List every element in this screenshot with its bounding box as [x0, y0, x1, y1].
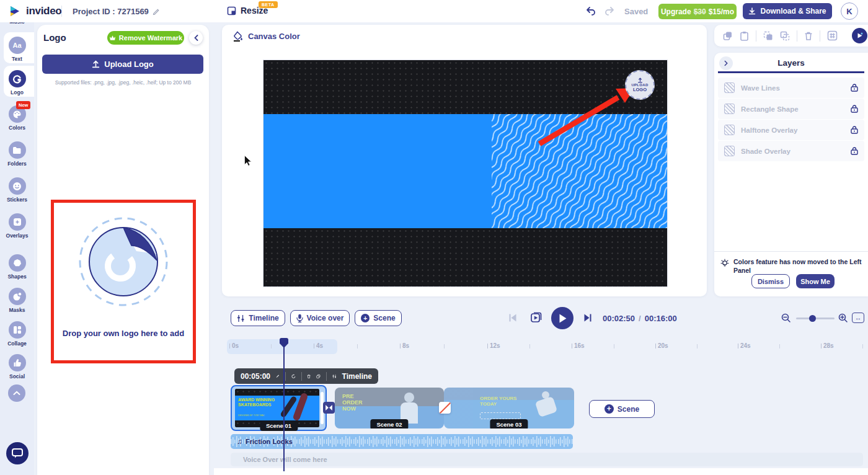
sticker-smiley-icon — [9, 177, 26, 195]
sidebar-item-collage[interactable]: Collage — [0, 321, 34, 347]
skip-end-icon[interactable] — [583, 313, 592, 322]
paste-icon[interactable] — [740, 31, 749, 41]
add-scene-button[interactable]: + Scene — [589, 400, 655, 418]
canvas-toolbar — [714, 25, 868, 47]
scene-3-title: ORDER YOURS TODAY — [480, 396, 529, 407]
timeline-button[interactable]: Timeline — [231, 310, 285, 326]
lock-icon[interactable] — [851, 147, 858, 155]
ruler-label: 4s — [314, 342, 323, 349]
panel-collapse-button[interactable] — [189, 31, 203, 45]
sidebar-item-shapes[interactable]: Shapes — [0, 254, 34, 280]
clip-toolbar: 00:05:00 Timeline — [234, 368, 378, 384]
rail-collapse-button[interactable] — [8, 384, 25, 402]
voice-over-placeholder: Voice Over will come here — [243, 456, 327, 463]
remove-watermark-button[interactable]: Remove Watermark — [107, 31, 184, 45]
layers-panel: Layers Wave Lines Rectangle Shape Halfto… — [714, 53, 868, 296]
audio-track[interactable]: ♫ Friction Looks — [231, 434, 573, 449]
upload-logo-badge[interactable]: UPLOAD LOGO — [625, 70, 655, 100]
play-sparkle-icon — [856, 32, 863, 39]
dropzone-text: Drop your own logo here to add — [54, 329, 193, 338]
mouse-cursor — [244, 155, 252, 166]
sidebar-item-masks[interactable]: Masks — [0, 288, 34, 313]
time-display: 00:02:50 / 00:16:00 — [603, 314, 677, 323]
lock-icon[interactable] — [851, 126, 858, 134]
bring-forward-icon[interactable] — [763, 31, 773, 41]
voice-over-button[interactable]: Voice over — [290, 310, 350, 326]
sidebar-item-stickers[interactable]: Stickers — [0, 177, 34, 203]
upload-icon — [92, 60, 100, 68]
ai-preview-button[interactable] — [852, 28, 867, 43]
scene-clip-2[interactable]: PRE ORDER NOW Scene 02 — [335, 388, 444, 428]
brand-logo[interactable]: invideo — [9, 5, 61, 17]
layer-row-wave-lines[interactable]: Wave Lines — [718, 78, 864, 98]
grid-icon[interactable] — [827, 30, 838, 41]
duplicate-scene-icon[interactable] — [316, 373, 321, 380]
delete-icon[interactable] — [804, 31, 813, 41]
bottom-strip — [214, 468, 868, 475]
redo-icon[interactable] — [604, 6, 614, 16]
layer-thumb-icon — [724, 125, 735, 135]
delete-scene-icon[interactable] — [307, 373, 311, 380]
upload-logo-button[interactable]: Upload Logo — [42, 55, 203, 74]
bulb-icon — [720, 259, 729, 268]
undo-icon[interactable] — [586, 6, 596, 16]
transition-button-2-empty[interactable] — [439, 402, 451, 414]
lock-icon[interactable] — [851, 84, 858, 92]
layer-row-shade-overlay[interactable]: Shade Overlay — [718, 141, 864, 161]
avatar[interactable]: K — [841, 2, 858, 20]
sidebar-item-logo[interactable]: Logo — [0, 70, 34, 95]
playhead-line[interactable] — [283, 347, 285, 471]
send-backward-icon[interactable] — [780, 31, 790, 41]
scene-button[interactable]: + Scene — [355, 310, 402, 326]
time-separator: / — [639, 314, 641, 323]
sidebar-item-folders[interactable]: Folders — [0, 141, 34, 167]
zoom-slider-handle[interactable] — [809, 315, 816, 322]
logo-dropzone[interactable]: Drop your own logo here to add — [51, 200, 196, 363]
edit-pencil-icon[interactable] — [153, 8, 160, 16]
social-thumbsup-icon — [9, 354, 26, 371]
scene-clip-1[interactable]: AWARD WINNING SKATEBOARDS DESIGNED BY TO… — [231, 385, 327, 431]
ruler-label: 28s — [821, 342, 834, 349]
toolbar-divider — [756, 30, 756, 42]
layer-row-halftone-overlay[interactable]: Halftone Overlay — [718, 120, 864, 140]
play-button[interactable] — [551, 307, 574, 329]
video-canvas[interactable]: UPLOAD LOGO — [264, 60, 667, 286]
edit-duration-icon[interactable] — [276, 373, 280, 380]
transition-button-1[interactable] — [323, 402, 335, 414]
sidebar-item-text[interactable]: Aa Text — [0, 37, 34, 62]
clip-timeline-label[interactable]: Timeline — [342, 372, 372, 381]
copy-icon[interactable] — [723, 31, 733, 41]
canvas-color-button[interactable]: Canvas Color — [232, 31, 300, 42]
sidebar-item-overlays[interactable]: Overlays — [0, 213, 34, 239]
shapes-icon — [9, 254, 26, 272]
transition-icon[interactable] — [291, 373, 296, 380]
current-time: 00:02:50 — [603, 314, 635, 323]
scene-preview-icon[interactable] — [530, 311, 542, 324]
sidebar-item-colors[interactable]: New Colors — [0, 105, 34, 131]
show-me-button[interactable]: Show Me — [796, 274, 835, 288]
canvas-card: Canvas Color UPLOAD LOGO — [222, 25, 707, 296]
zoom-in-icon[interactable] — [838, 313, 848, 323]
lock-icon[interactable] — [851, 105, 858, 113]
upgrade-button[interactable]: Upgrade $30 $15/mo — [658, 4, 737, 19]
layer-thumb-icon — [724, 104, 735, 114]
sliders-icon — [237, 314, 245, 322]
music-note-icon: ♫ — [237, 437, 242, 446]
voice-over-track[interactable]: Voice Over will come here — [231, 453, 863, 466]
scene-1-title: AWARD WINNING SKATEBOARDS — [238, 397, 277, 407]
ruler-label: 24s — [738, 342, 751, 349]
dismiss-button[interactable]: Dismiss — [751, 274, 790, 288]
download-share-button[interactable]: Download & Share — [743, 3, 832, 19]
collage-icon — [9, 321, 26, 339]
top-bar: invideo Project ID : 7271569 Resize BETA… — [0, 0, 868, 22]
left-rail: Music Aa Text Logo New Colors Folders St… — [0, 22, 34, 475]
chat-support-button[interactable] — [6, 442, 29, 464]
scene-clip-3[interactable]: ORDER YOURS TODAY Scene 03 — [444, 388, 574, 428]
sidebar-item-social[interactable]: Social — [0, 354, 34, 380]
invideo-play-icon — [9, 5, 21, 17]
fit-timeline-button[interactable]: ↔ — [852, 313, 864, 323]
skip-start-icon[interactable] — [508, 313, 517, 322]
beta-badge: BETA — [259, 1, 278, 8]
layer-row-rectangle-shape[interactable]: Rectangle Shape — [718, 99, 864, 119]
zoom-out-icon[interactable] — [781, 313, 791, 323]
